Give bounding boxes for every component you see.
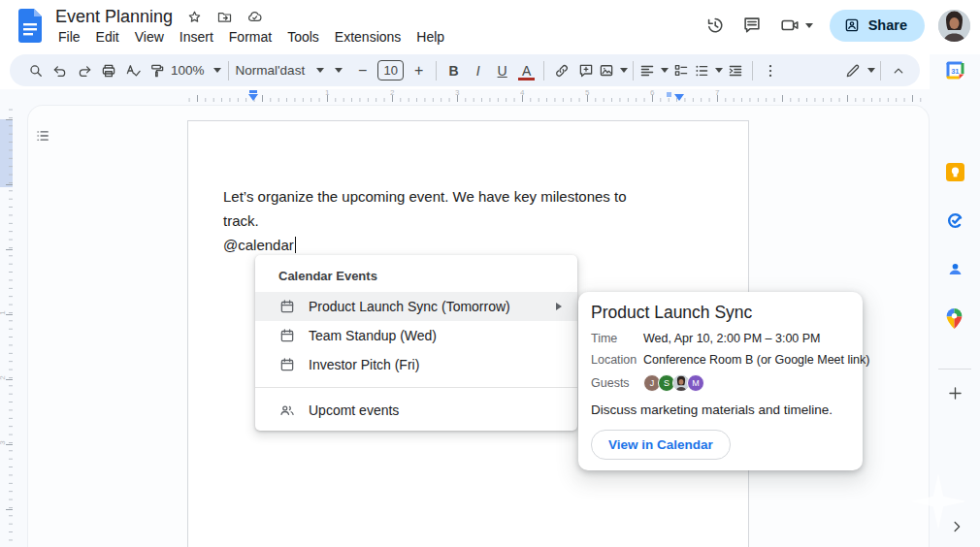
toolbar-separator <box>880 61 881 80</box>
toolbar-separator <box>228 61 229 80</box>
decrease-font-size-button[interactable]: − <box>350 58 375 83</box>
document-text-area[interactable]: Let’s organize the upcoming event. We ha… <box>223 184 679 257</box>
toolbar-separator <box>436 61 437 80</box>
more-options-icon[interactable] <box>758 58 782 83</box>
get-add-ons-plus-icon[interactable] <box>946 384 964 402</box>
ruler-number: 7 <box>715 88 719 97</box>
comments-icon[interactable] <box>740 14 764 37</box>
mention-line[interactable]: @calendar <box>223 233 679 257</box>
zoom-value: 100% <box>171 63 205 78</box>
calendar-event-icon <box>278 327 296 344</box>
star-icon[interactable] <box>186 9 203 25</box>
paint-format-icon[interactable] <box>145 58 169 83</box>
event-description: Discuss marketing materials and timeline… <box>591 402 850 417</box>
dropdown-item-product-launch-sync[interactable]: Product Launch Sync (Tomorrow) <box>255 292 577 321</box>
menu-extensions[interactable]: Extensions <box>327 27 408 47</box>
google-keep-icon[interactable] <box>946 163 964 181</box>
bulleted-list-icon[interactable] <box>693 58 723 83</box>
guests-label: Guests <box>591 376 643 390</box>
zoom-select[interactable]: 100% <box>171 58 221 83</box>
view-in-calendar-button[interactable]: View in Calendar <box>591 430 731 460</box>
google-contacts-icon[interactable] <box>946 260 964 278</box>
align-icon[interactable] <box>638 58 669 83</box>
meet-dropdown-caret[interactable] <box>805 23 813 28</box>
dropdown-item-team-standup[interactable]: Team Standup (Wed) <box>255 321 577 350</box>
lock-person-icon <box>843 16 861 34</box>
increase-font-size-button[interactable]: + <box>407 58 431 83</box>
horizontal-ruler[interactable]: 1 2 3 4 5 6 7 <box>187 89 922 104</box>
italic-button[interactable]: I <box>466 58 490 83</box>
dropdown-item-investor-pitch[interactable]: Investor Pitch (Fri) <box>255 350 577 379</box>
meet-video-call-icon[interactable] <box>777 14 816 37</box>
style-value: Normal'dast <box>236 63 306 78</box>
google-docs-logo-icon[interactable] <box>16 8 44 48</box>
mention-text[interactable]: @calendar <box>223 233 294 257</box>
share-label: Share <box>868 17 907 33</box>
menu-tools[interactable]: Tools <box>279 27 327 47</box>
zoom-caret <box>213 68 221 73</box>
calendar-event-icon <box>278 356 296 373</box>
toolbar: 100% Normal'dast − 10 + B I U A <box>10 54 920 86</box>
share-button[interactable]: Share <box>830 10 925 42</box>
dropdown-divider <box>255 387 577 388</box>
menu-format[interactable]: Format <box>221 27 279 47</box>
time-label: Time <box>591 332 643 345</box>
document-title[interactable]: Event Planning <box>55 7 173 27</box>
underline-button[interactable]: U <box>490 58 514 83</box>
google-maps-icon[interactable] <box>946 308 964 327</box>
right-indent-marker[interactable] <box>674 94 684 101</box>
undo-icon[interactable] <box>48 58 72 83</box>
font-select-caret[interactable] <box>326 58 350 83</box>
google-calendar-icon[interactable]: 31 <box>946 61 964 80</box>
dropdown-item-upcoming-events[interactable]: Upcomt events <box>255 396 577 425</box>
submenu-arrow-icon <box>556 303 562 310</box>
guest-avatars: J S M <box>643 374 702 392</box>
menu-edit[interactable]: Edit <box>88 27 127 47</box>
google-tasks-icon[interactable] <box>946 211 964 230</box>
paragraph-style-select[interactable]: Normal'dast <box>236 58 325 83</box>
insert-image-icon[interactable] <box>598 58 628 83</box>
document-outline-icon[interactable] <box>31 124 54 147</box>
insert-link-icon[interactable] <box>549 58 573 83</box>
toolbar-separator <box>752 61 753 80</box>
location-label: Location <box>591 353 643 367</box>
version-history-icon[interactable] <box>703 14 727 37</box>
event-title: Product Launch Sync <box>591 303 850 323</box>
ruler-number: 2 <box>0 375 7 379</box>
text-color-button[interactable]: A <box>514 58 539 83</box>
font-size-input[interactable]: 10 <box>377 60 404 80</box>
ruler-number: 2 <box>390 88 394 97</box>
right-margin-mini-marker[interactable] <box>667 92 671 97</box>
cloud-status-icon[interactable] <box>246 9 263 25</box>
toolbar-separator <box>633 61 634 80</box>
indent-icon[interactable] <box>723 58 747 83</box>
text-cursor <box>295 237 297 253</box>
menu-help[interactable]: Help <box>408 27 452 47</box>
first-line-indent-marker[interactable] <box>249 90 257 93</box>
left-indent-marker[interactable] <box>248 94 258 101</box>
ruler-number: 6 <box>650 88 654 97</box>
print-icon[interactable] <box>96 58 120 83</box>
menu-view[interactable]: View <box>127 27 172 47</box>
svg-text:31: 31 <box>951 67 959 76</box>
spelling-check-icon[interactable] <box>120 58 145 83</box>
search-menus-icon[interactable] <box>23 58 48 83</box>
hide-menus-icon[interactable] <box>886 58 910 83</box>
show-side-panel-chevron-icon[interactable] <box>948 518 967 537</box>
checklist-icon[interactable] <box>669 58 693 83</box>
redo-icon[interactable] <box>72 58 96 83</box>
add-comment-icon[interactable] <box>573 58 598 83</box>
account-avatar[interactable] <box>938 10 970 42</box>
mention-dropdown: Calendar Events Product Launch Sync (Tom… <box>255 255 577 431</box>
menu-file[interactable]: File <box>50 27 88 47</box>
bold-button[interactable]: B <box>441 58 466 83</box>
menu-insert[interactable]: Insert <box>172 27 221 47</box>
vertical-ruler[interactable]: 1 2 3 <box>0 107 14 547</box>
guest-avatar: M <box>687 374 704 392</box>
editing-mode-pen-icon[interactable] <box>844 58 875 83</box>
move-folder-icon[interactable] <box>216 9 233 25</box>
time-value: Wed, Apr 10, 2:00 PM – 3:00 PM <box>643 332 821 345</box>
document-paragraph[interactable]: Let’s organize the upcoming event. We ha… <box>223 184 662 233</box>
ruler-number: 3 <box>0 440 7 444</box>
ruler-number: 5 <box>585 88 589 97</box>
